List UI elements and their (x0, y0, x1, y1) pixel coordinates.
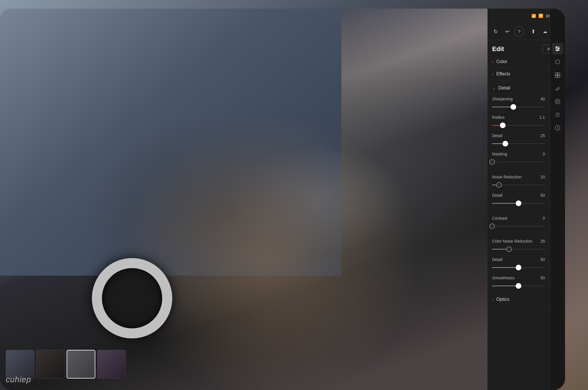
svg-rect-9 (555, 75, 557, 77)
radius-thumb[interactable] (500, 122, 506, 128)
color-noise-value: 25 (536, 239, 545, 243)
radial-rail-icon[interactable] (552, 96, 563, 107)
wifi-icon: 🛜 (538, 13, 543, 18)
effects-chevron-icon: › (492, 72, 494, 76)
smoothness-label-row: Smoothness 50 (492, 276, 545, 280)
detail-header[interactable]: ⌄ Detail (488, 83, 550, 94)
help-button[interactable]: ? (514, 26, 524, 37)
optics-section-row[interactable]: › Optics (488, 293, 550, 306)
healing-rail-icon[interactable] (552, 83, 563, 94)
signal-icon: 📶 (531, 14, 536, 18)
noise-detail-group: Detail 50 (488, 190, 550, 208)
noise-reduction-slider[interactable] (492, 181, 545, 189)
color-noise-label: Color Noise Reduction (492, 239, 532, 243)
history-rail-icon[interactable] (552, 122, 563, 134)
sharpening-group: Sharpening 40 (488, 94, 550, 112)
photo-overlay (0, 9, 488, 390)
svg-point-4 (558, 48, 559, 49)
noise-reduction-label: Noise Reduction (492, 175, 522, 179)
radius-group: Radius 1.1 (488, 112, 550, 130)
masking-slider[interactable] (492, 158, 545, 166)
color-detail-fill (492, 267, 519, 268)
thumbnail-2[interactable] (36, 350, 65, 379)
watermark-text: cuhiep (6, 375, 31, 384)
smoothness-slider[interactable] (492, 282, 545, 290)
transform-rail-icon[interactable] (552, 69, 563, 81)
color-noise-label-row: Color Noise Reduction 25 (492, 239, 545, 243)
color-detail-slider[interactable] (492, 264, 545, 272)
contrast-slider[interactable] (492, 222, 545, 230)
masking-label: Masking (492, 152, 507, 156)
edit-title: Edit (492, 45, 504, 53)
sharpening-fill (492, 107, 513, 107)
optics-section-label: Optics (496, 297, 509, 302)
contrast-thumb[interactable] (489, 223, 495, 229)
presets-rail-icon[interactable] (552, 109, 563, 120)
detail-slider[interactable] (492, 140, 545, 148)
color-detail-value: 50 (536, 257, 545, 262)
color-noise-slider[interactable] (492, 245, 545, 253)
smoothness-group: Smoothness 50 (488, 273, 550, 291)
circle-rail-icon[interactable] (552, 56, 563, 68)
photo-area: cuhiep (0, 9, 488, 390)
color-detail-group: Detail 50 (488, 254, 550, 273)
panel-scroll[interactable]: › Color › Effects ⌄ Detail (488, 56, 550, 390)
cloud-button[interactable]: ☁ (540, 26, 550, 37)
refresh-button[interactable]: ↻ (491, 26, 500, 37)
detail-section: ⌄ Detail Sharpening 40 (488, 80, 550, 293)
contrast-label-row: Contrast 0 (492, 216, 545, 221)
smoothness-value: 50 (536, 276, 545, 280)
smoothness-fill (492, 286, 519, 286)
noise-reduction-thumb[interactable] (496, 182, 502, 188)
noise-reduction-group: Noise Reduction 10 (488, 172, 550, 190)
thumbnail-4[interactable] (97, 350, 126, 379)
sharpening-slider[interactable] (492, 103, 545, 111)
detail-thumb[interactable] (502, 141, 508, 147)
svg-point-5 (556, 50, 558, 51)
smoothness-thumb[interactable] (516, 283, 521, 289)
color-detail-label-row: Detail 50 (492, 257, 545, 262)
svg-point-13 (555, 99, 560, 104)
detail-sub-label: Detail (492, 133, 502, 138)
share-button[interactable]: ⬆ (529, 26, 538, 37)
detail-chevron-icon: ⌄ (492, 86, 496, 90)
thumbnail-1[interactable] (6, 350, 34, 379)
sharpening-thumb[interactable] (510, 104, 516, 110)
svg-rect-10 (558, 75, 560, 77)
watch-ring (92, 258, 172, 338)
separator-2 (488, 208, 550, 213)
color-section-row[interactable]: › Color (488, 56, 550, 68)
masking-thumb[interactable] (489, 159, 495, 165)
contrast-group: Contrast 0 (488, 213, 550, 231)
tablet-wrapper: cuhiep 📶 🛜 100% 🔋 (0, 0, 588, 390)
separator-3 (488, 231, 550, 236)
effects-section-label: Effects (496, 71, 510, 77)
optics-chevron-icon: › (492, 297, 494, 302)
undo-button[interactable]: ↩ (503, 26, 512, 37)
noise-detail-slider[interactable] (492, 199, 545, 207)
radius-label: Radius (492, 115, 505, 120)
noise-detail-thumb[interactable] (516, 200, 521, 206)
sliders-rail-icon[interactable] (552, 43, 563, 54)
watermark: cuhiep (6, 375, 31, 384)
detail-sub-value: 25 (536, 133, 545, 138)
noise-detail-fill (492, 203, 519, 204)
thumbnail-3-active[interactable] (67, 350, 95, 379)
color-detail-thumb[interactable] (516, 265, 521, 270)
tablet-device: cuhiep 📶 🛜 100% 🔋 (0, 9, 565, 390)
masking-group: Masking 0 (488, 149, 550, 167)
separator-1 (488, 167, 550, 172)
thumbnail-strip (6, 347, 401, 381)
color-section-label: Color (496, 59, 507, 64)
right-panel: 📶 🛜 100% 🔋 ↻ ↩ ? ⬆ ☁ ••• Edit Auto (488, 9, 565, 390)
color-noise-thumb[interactable] (506, 246, 512, 252)
svg-point-3 (556, 47, 557, 48)
svg-point-12 (556, 100, 558, 102)
detail-label-row: Detail 25 (492, 133, 545, 138)
detail-slider-group: Detail 25 (488, 130, 550, 149)
noise-detail-value: 50 (536, 193, 545, 198)
radius-slider[interactable] (492, 121, 545, 129)
masking-value: 0 (536, 152, 545, 156)
detail-title: Detail (498, 85, 510, 91)
effects-section-row[interactable]: › Effects (488, 68, 550, 80)
